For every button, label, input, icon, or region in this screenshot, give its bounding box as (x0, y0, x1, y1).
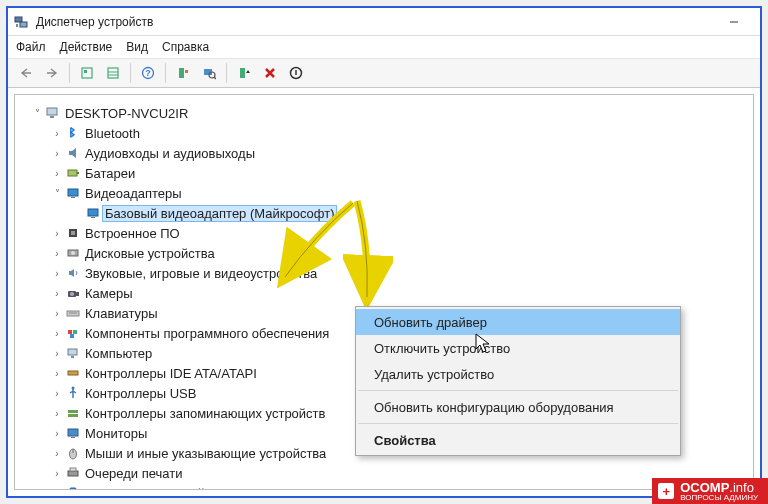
ctx-update-driver[interactable]: Обновить драйвер (356, 309, 680, 335)
scan-hardware-icon[interactable] (197, 61, 221, 85)
toolbar: ? (8, 58, 760, 88)
minimize-button[interactable] (714, 9, 754, 35)
chevron-right-icon[interactable]: › (51, 348, 63, 359)
svg-rect-24 (88, 209, 98, 216)
separator (358, 390, 678, 391)
context-menu: Обновить драйвер Отключить устройство Уд… (355, 306, 681, 456)
ctx-properties[interactable]: Свойства (356, 427, 680, 453)
app-icon (14, 14, 30, 30)
chevron-right-icon[interactable]: › (51, 148, 63, 159)
window-title: Диспетчер устройств (36, 15, 714, 29)
tree-item[interactable]: › Батареи (27, 163, 741, 183)
svg-rect-36 (73, 330, 77, 334)
svg-rect-27 (71, 231, 75, 235)
toolbar-icon-1[interactable] (75, 61, 99, 85)
portable-device-icon (65, 485, 81, 490)
menu-view[interactable]: Вид (126, 40, 148, 54)
tree-item-basic-display-adapter[interactable]: Базовый видеоадаптер (Майкрософт) (27, 203, 741, 223)
chevron-right-icon[interactable]: › (51, 288, 63, 299)
tree-item-videoadapters[interactable]: ˅ Видеоадаптеры (27, 183, 741, 203)
chevron-right-icon[interactable]: › (51, 368, 63, 379)
chevron-right-icon[interactable]: › (51, 268, 63, 279)
chevron-right-icon[interactable]: › (51, 448, 63, 459)
uninstall-icon[interactable] (258, 61, 282, 85)
svg-line-15 (214, 77, 216, 79)
svg-rect-25 (91, 217, 95, 218)
sound-icon (65, 265, 81, 281)
svg-rect-42 (68, 410, 78, 413)
computer-icon (45, 105, 61, 121)
display-adapter-icon (65, 185, 81, 201)
svg-rect-16 (240, 68, 245, 78)
titlebar: Диспетчер устройств (8, 8, 760, 36)
chevron-right-icon[interactable]: › (51, 248, 63, 259)
separator (358, 423, 678, 424)
menu-file[interactable]: Файл (16, 40, 46, 54)
disable-icon[interactable] (284, 61, 308, 85)
selected-device-label: Базовый видеоадаптер (Майкрософт) (102, 205, 337, 222)
tree-panel: ˅ DESKTOP-NVCU2IR › Bluetooth › Аудиовхо… (14, 94, 754, 490)
storage-controller-icon (65, 405, 81, 421)
chevron-right-icon[interactable]: › (51, 328, 63, 339)
svg-rect-35 (68, 330, 72, 334)
toolbar-icon-3[interactable] (171, 61, 195, 85)
svg-rect-37 (70, 334, 74, 338)
svg-rect-44 (68, 429, 78, 436)
svg-rect-43 (68, 414, 78, 417)
chevron-right-icon[interactable]: › (51, 228, 63, 239)
ctx-uninstall-device[interactable]: Удалить устройство (356, 361, 680, 387)
svg-rect-12 (185, 70, 188, 73)
svg-rect-45 (71, 437, 75, 438)
svg-rect-48 (68, 471, 78, 476)
computer-icon (65, 345, 81, 361)
tree-item[interactable]: › Дисковые устройства (27, 243, 741, 263)
tree-item[interactable]: › Переносные устройства (27, 483, 741, 490)
disk-drive-icon (65, 245, 81, 261)
tree-item[interactable]: › Встроенное ПО (27, 223, 741, 243)
menu-help[interactable]: Справка (162, 40, 209, 54)
tree-item[interactable]: › Bluetooth (27, 123, 741, 143)
tree-root[interactable]: ˅ DESKTOP-NVCU2IR (27, 103, 741, 123)
camera-icon (65, 285, 81, 301)
menu-action[interactable]: Действие (60, 40, 113, 54)
ctx-scan-hardware[interactable]: Обновить конфигурацию оборудования (356, 394, 680, 420)
cursor-icon (475, 333, 493, 355)
svg-rect-6 (108, 68, 118, 78)
chevron-right-icon[interactable]: › (51, 408, 63, 419)
device-manager-window: Диспетчер устройств Файл Действие Вид Сп… (6, 6, 762, 498)
chevron-down-icon[interactable]: ˅ (31, 108, 43, 119)
back-button[interactable] (14, 61, 38, 85)
svg-rect-38 (68, 349, 77, 355)
chevron-right-icon[interactable]: › (51, 488, 63, 491)
svg-rect-19 (50, 116, 54, 118)
svg-rect-11 (179, 68, 184, 78)
chevron-down-icon[interactable]: ˅ (51, 188, 63, 199)
toolbar-icon-2[interactable] (101, 61, 125, 85)
tree-item[interactable]: › Очереди печати (27, 463, 741, 483)
keyboard-icon (65, 305, 81, 321)
svg-rect-5 (84, 70, 87, 73)
chevron-right-icon[interactable]: › (51, 128, 63, 139)
chevron-right-icon[interactable]: › (51, 168, 63, 179)
svg-rect-0 (15, 17, 22, 22)
software-component-icon (65, 325, 81, 341)
svg-rect-23 (71, 197, 75, 198)
chevron-right-icon[interactable]: › (51, 308, 63, 319)
forward-button[interactable] (40, 61, 64, 85)
chevron-right-icon[interactable]: › (51, 428, 63, 439)
update-driver-icon[interactable] (232, 61, 256, 85)
menubar: Файл Действие Вид Справка (8, 36, 760, 58)
tree-item[interactable]: › Аудиовходы и аудиовыходы (27, 143, 741, 163)
ctx-disable-device[interactable]: Отключить устройство (356, 335, 680, 361)
chevron-right-icon[interactable]: › (51, 388, 63, 399)
audio-io-icon (65, 145, 81, 161)
tree-item[interactable]: › Камеры (27, 283, 741, 303)
svg-rect-40 (68, 371, 78, 375)
chevron-right-icon[interactable]: › (51, 468, 63, 479)
tree-item[interactable]: › Звуковые, игровые и видеоустройства (27, 263, 741, 283)
ide-controller-icon (65, 365, 81, 381)
monitor-icon (65, 425, 81, 441)
display-adapter-icon (85, 205, 101, 221)
svg-rect-18 (47, 108, 57, 115)
help-icon[interactable]: ? (136, 61, 160, 85)
